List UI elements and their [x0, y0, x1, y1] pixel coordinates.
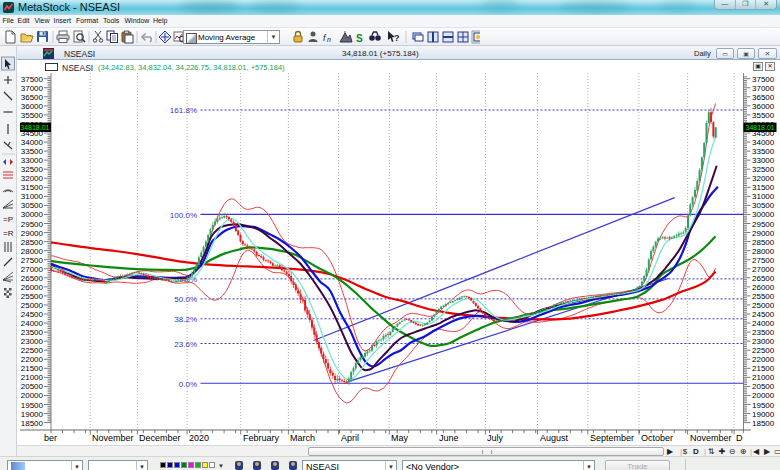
svg-text:October: October — [641, 433, 673, 443]
svg-text:37500: 37500 — [21, 75, 44, 84]
svg-text:December: December — [139, 433, 181, 443]
svg-text:22000: 22000 — [752, 355, 775, 364]
svg-text:21500: 21500 — [21, 364, 44, 373]
svg-text:37500: 37500 — [752, 75, 775, 84]
svg-text:26500: 26500 — [21, 274, 44, 283]
svg-text:24000: 24000 — [752, 319, 775, 328]
svg-text:21000: 21000 — [752, 373, 775, 382]
svg-text:24500: 24500 — [752, 310, 775, 319]
svg-text:37000: 37000 — [21, 84, 44, 93]
svg-text:22500: 22500 — [21, 346, 44, 355]
svg-text:2020: 2020 — [189, 433, 209, 443]
svg-text:29000: 29000 — [21, 229, 44, 238]
svg-text:34818.01: 34818.01 — [20, 124, 49, 131]
svg-text:25500: 25500 — [752, 292, 775, 301]
svg-text:100.0%: 100.0% — [170, 211, 197, 220]
svg-text:19000: 19000 — [752, 410, 775, 419]
svg-text:March: March — [290, 433, 315, 443]
svg-text:23500: 23500 — [21, 328, 44, 337]
svg-text:20500: 20500 — [21, 382, 44, 391]
svg-text:27500: 27500 — [752, 256, 775, 265]
svg-text:29500: 29500 — [21, 220, 44, 229]
svg-text:24000: 24000 — [21, 319, 44, 328]
svg-text:36500: 36500 — [21, 93, 44, 102]
svg-text:23500: 23500 — [752, 328, 775, 337]
svg-text:25000: 25000 — [21, 301, 44, 310]
svg-text:26500: 26500 — [752, 274, 775, 283]
svg-text:30500: 30500 — [752, 201, 775, 210]
svg-text:29000: 29000 — [752, 229, 775, 238]
svg-text:27000: 27000 — [21, 265, 44, 274]
svg-text:24500: 24500 — [21, 310, 44, 319]
svg-text:33000: 33000 — [752, 156, 775, 165]
svg-text:31500: 31500 — [752, 183, 775, 192]
svg-text:28000: 28000 — [752, 247, 775, 256]
svg-text:34000: 34000 — [21, 138, 44, 147]
svg-text:32500: 32500 — [752, 165, 775, 174]
svg-text:31500: 31500 — [21, 183, 44, 192]
svg-text:33500: 33500 — [752, 147, 775, 156]
svg-text:23000: 23000 — [752, 337, 775, 346]
svg-text:20000: 20000 — [21, 391, 44, 400]
svg-text:33500: 33500 — [21, 147, 44, 156]
svg-text:May: May — [391, 433, 409, 443]
svg-text:30500: 30500 — [21, 201, 44, 210]
svg-text:25000: 25000 — [752, 301, 775, 310]
svg-text:36000: 36000 — [21, 102, 44, 111]
svg-text:February: February — [243, 433, 280, 443]
svg-text:20000: 20000 — [752, 391, 775, 400]
svg-text:33000: 33000 — [21, 156, 44, 165]
svg-text:32000: 32000 — [752, 174, 775, 183]
svg-text:November: November — [690, 433, 732, 443]
svg-text:31000: 31000 — [21, 192, 44, 201]
svg-text:28500: 28500 — [752, 238, 775, 247]
svg-text:29500: 29500 — [752, 220, 775, 229]
svg-text:28000: 28000 — [21, 247, 44, 256]
svg-text:19500: 19500 — [21, 401, 44, 410]
svg-text:31000: 31000 — [752, 192, 775, 201]
svg-text:18500: 18500 — [21, 419, 44, 428]
svg-text:26000: 26000 — [21, 283, 44, 292]
svg-text:30000: 30000 — [21, 210, 44, 219]
svg-text:22500: 22500 — [752, 346, 775, 355]
svg-text:22000: 22000 — [21, 355, 44, 364]
svg-text:27000: 27000 — [752, 265, 775, 274]
svg-text:35500: 35500 — [21, 111, 44, 120]
svg-text:26000: 26000 — [752, 283, 775, 292]
svg-text:September: September — [590, 433, 634, 443]
svg-text:32000: 32000 — [21, 174, 44, 183]
svg-text:D: D — [736, 433, 743, 443]
svg-text:23000: 23000 — [21, 337, 44, 346]
svg-text:19000: 19000 — [21, 410, 44, 419]
svg-text:30000: 30000 — [752, 210, 775, 219]
svg-text:June: June — [439, 433, 459, 443]
svg-text:20500: 20500 — [752, 382, 775, 391]
svg-text:July: July — [487, 433, 504, 443]
svg-text:April: April — [341, 433, 359, 443]
svg-text:27500: 27500 — [21, 256, 44, 265]
svg-text:18500: 18500 — [752, 419, 775, 428]
svg-text:19500: 19500 — [752, 401, 775, 410]
svg-text:ber: ber — [44, 433, 57, 443]
svg-text:38.2%: 38.2% — [174, 315, 197, 324]
svg-text:37000: 37000 — [752, 84, 775, 93]
svg-text:36500: 36500 — [752, 93, 775, 102]
svg-text:32500: 32500 — [21, 165, 44, 174]
svg-text:34000: 34000 — [752, 138, 775, 147]
svg-text:161.8%: 161.8% — [170, 106, 197, 115]
svg-text:November: November — [92, 433, 134, 443]
svg-text:34818.01: 34818.01 — [746, 124, 775, 131]
svg-text:21500: 21500 — [752, 364, 775, 373]
svg-text:36000: 36000 — [752, 102, 775, 111]
svg-text:28500: 28500 — [21, 238, 44, 247]
svg-text:21000: 21000 — [21, 373, 44, 382]
svg-text:25500: 25500 — [21, 292, 44, 301]
svg-text:35500: 35500 — [752, 111, 775, 120]
svg-text:August: August — [540, 433, 569, 443]
svg-text:23.6%: 23.6% — [174, 340, 197, 349]
svg-text:50.0%: 50.0% — [174, 295, 197, 304]
svg-text:0.0%: 0.0% — [179, 380, 197, 389]
